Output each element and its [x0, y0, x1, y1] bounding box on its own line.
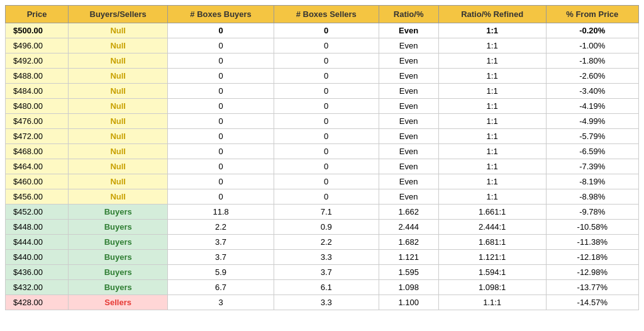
cell-ratio: 1.595	[379, 265, 438, 280]
cell-boxes-buyers: 3	[168, 295, 274, 310]
cell-boxes-buyers: 0	[168, 69, 274, 84]
cell-ratio-refined: 1:1	[438, 53, 546, 69]
cell-boxes-sellers: 0	[274, 189, 379, 205]
cell-boxes-sellers: 0	[274, 53, 379, 69]
cell-price: $428.00	[6, 295, 69, 310]
cell-price: $480.00	[6, 99, 69, 114]
cell-boxes-buyers: 11.8	[168, 205, 274, 220]
cell-boxes-buyers: 0	[168, 129, 274, 144]
cell-from-price: -1.80%	[546, 53, 638, 69]
cell-ratio: Even	[379, 69, 438, 84]
cell-ratio: Even	[379, 53, 438, 69]
cell-ratio-refined: 1.121:1	[438, 250, 546, 265]
cell-boxes-buyers: 3.7	[168, 250, 274, 265]
cell-ratio: 1.121	[379, 250, 438, 265]
cell-boxes-sellers: 0	[274, 144, 379, 159]
cell-price: $432.00	[6, 280, 69, 295]
cell-ratio: Even	[379, 174, 438, 189]
cell-ratio-refined: 1.098:1	[438, 280, 546, 295]
cell-boxes-sellers: 0	[274, 38, 379, 53]
header-ratio: Ratio/%	[379, 6, 438, 23]
cell-ratio-refined: 1:1	[438, 189, 546, 205]
cell-ratio-refined: 1:1	[438, 144, 546, 159]
cell-ratio: Even	[379, 129, 438, 144]
cell-boxes-buyers: 3.7	[168, 235, 274, 250]
cell-ratio-refined: 1.1:1	[438, 295, 546, 310]
cell-price: $456.00	[6, 189, 69, 205]
cell-ratio: Even	[379, 114, 438, 129]
cell-price: $492.00	[6, 53, 69, 69]
header-boxes-buyers: # Boxes Buyers	[168, 6, 274, 23]
cell-boxes-buyers: 6.7	[168, 280, 274, 295]
price-table: Price Buyers/Sellers # Boxes Buyers # Bo…	[5, 5, 639, 310]
cell-ratio: Even	[379, 99, 438, 114]
table-row: $460.00Null00Even1:1-8.19%	[6, 174, 639, 189]
cell-buyers-sellers: Null	[69, 144, 168, 159]
cell-ratio-refined: 1:1	[438, 84, 546, 99]
cell-buyers-sellers: Null	[69, 189, 168, 205]
cell-price: $444.00	[6, 235, 69, 250]
cell-from-price: -0.20%	[546, 23, 638, 38]
cell-ratio-refined: 2.444:1	[438, 220, 546, 235]
header-price: Price	[6, 6, 69, 23]
cell-boxes-sellers: 0	[274, 174, 379, 189]
cell-boxes-buyers: 0	[168, 114, 274, 129]
cell-from-price: -12.18%	[546, 250, 638, 265]
cell-ratio: Even	[379, 84, 438, 99]
cell-boxes-sellers: 2.2	[274, 235, 379, 250]
cell-price: $476.00	[6, 114, 69, 129]
cell-price: $500.00	[6, 23, 69, 38]
cell-ratio: Even	[379, 144, 438, 159]
cell-price: $436.00	[6, 265, 69, 280]
cell-buyers-sellers: Null	[69, 159, 168, 174]
cell-price: $468.00	[6, 144, 69, 159]
cell-price: $448.00	[6, 220, 69, 235]
cell-boxes-buyers: 0	[168, 159, 274, 174]
cell-boxes-sellers: 7.1	[274, 205, 379, 220]
cell-from-price: -6.59%	[546, 144, 638, 159]
table-row: $440.00Buyers3.73.31.1211.121:1-12.18%	[6, 250, 639, 265]
table-header-row: Price Buyers/Sellers # Boxes Buyers # Bo…	[6, 6, 639, 23]
cell-buyers-sellers: Buyers	[69, 250, 168, 265]
cell-ratio-refined: 1:1	[438, 159, 546, 174]
cell-buyers-sellers: Null	[69, 23, 168, 38]
cell-ratio: 2.444	[379, 220, 438, 235]
cell-boxes-sellers: 0	[274, 84, 379, 99]
cell-buyers-sellers: Buyers	[69, 205, 168, 220]
cell-price: $440.00	[6, 250, 69, 265]
cell-boxes-buyers: 0	[168, 38, 274, 53]
header-boxes-sellers: # Boxes Sellers	[274, 6, 379, 23]
cell-boxes-buyers: 0	[168, 84, 274, 99]
table-body: $500.00Null00Even1:1-0.20%$496.00Null00E…	[6, 23, 639, 310]
cell-buyers-sellers: Buyers	[69, 265, 168, 280]
cell-price: $464.00	[6, 159, 69, 174]
cell-boxes-buyers: 0	[168, 174, 274, 189]
cell-buyers-sellers: Null	[69, 129, 168, 144]
cell-from-price: -5.79%	[546, 129, 638, 144]
cell-ratio-refined: 1.594:1	[438, 265, 546, 280]
cell-price: $460.00	[6, 174, 69, 189]
cell-buyers-sellers: Null	[69, 84, 168, 99]
table-row: $444.00Buyers3.72.21.6821.681:1-11.38%	[6, 235, 639, 250]
cell-boxes-sellers: 0	[274, 114, 379, 129]
cell-boxes-sellers: 3.3	[274, 295, 379, 310]
cell-boxes-sellers: 6.1	[274, 280, 379, 295]
cell-buyers-sellers: Buyers	[69, 280, 168, 295]
table-row: $500.00Null00Even1:1-0.20%	[6, 23, 639, 38]
table-row: $428.00Sellers33.31.1001.1:1-14.57%	[6, 295, 639, 310]
cell-from-price: -3.40%	[546, 84, 638, 99]
cell-boxes-buyers: 5.9	[168, 265, 274, 280]
table-row: $448.00Buyers2.20.92.4442.444:1-10.58%	[6, 220, 639, 235]
cell-ratio: 1.100	[379, 295, 438, 310]
cell-boxes-buyers: 0	[168, 99, 274, 114]
header-from-price: % From Price	[546, 6, 638, 23]
cell-from-price: -1.00%	[546, 38, 638, 53]
cell-buyers-sellers: Null	[69, 99, 168, 114]
cell-from-price: -7.39%	[546, 159, 638, 174]
cell-ratio: Even	[379, 189, 438, 205]
cell-ratio-refined: 1:1	[438, 99, 546, 114]
cell-price: $488.00	[6, 69, 69, 84]
cell-from-price: -10.58%	[546, 220, 638, 235]
cell-boxes-buyers: 0	[168, 53, 274, 69]
cell-from-price: -4.99%	[546, 114, 638, 129]
